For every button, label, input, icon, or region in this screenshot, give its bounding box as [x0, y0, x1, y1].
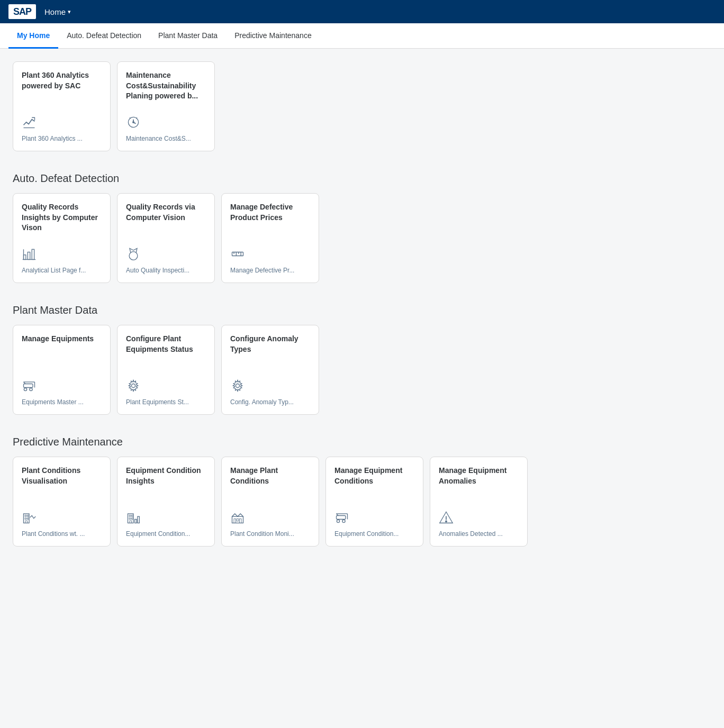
svg-rect-35 — [129, 518, 131, 520]
svg-rect-18 — [24, 384, 33, 388]
card-manage-plant-conditions[interactable]: Manage Plant Conditions Plant Condition … — [221, 457, 319, 547]
main-content: Plant 360 Analytics powered by SAC Plant… — [0, 49, 724, 580]
plant-master-cards-grid: Manage Equipments Equipments Master ... — [13, 325, 711, 415]
card-bottom: Config. Anomaly Typ... — [230, 378, 310, 406]
card-title: Plant Conditions Visualisation — [22, 466, 102, 486]
card-manage-equipment-anomalies[interactable]: Manage Equipment Anomalies Anomalies Det… — [430, 457, 528, 547]
card-title: Equipment Condition Insights — [126, 466, 206, 486]
sap-logo: SAP — [8, 4, 36, 19]
card-subtitle: Equipments Master ... — [22, 398, 102, 406]
svg-rect-43 — [240, 519, 242, 523]
svg-rect-34 — [132, 515, 133, 517]
svg-rect-33 — [129, 515, 131, 517]
card-subtitle: Auto Quality Inspecti... — [126, 267, 206, 274]
svg-rect-44 — [337, 516, 346, 520]
svg-point-45 — [337, 520, 339, 522]
conveyor-icon — [22, 378, 102, 395]
svg-rect-36 — [132, 518, 133, 520]
card-bottom: Auto Quality Inspecti... — [126, 247, 206, 274]
card-title: Configure Anomaly Types — [230, 334, 310, 354]
card-subtitle: Analytical List Page f... — [22, 267, 102, 274]
card-equipment-condition-insights[interactable]: Equipment Condition Insights — [117, 457, 215, 547]
card-plant-360[interactable]: Plant 360 Analytics powered by SAC Plant… — [13, 61, 111, 151]
card-bottom: Plant 360 Analytics ... — [22, 115, 102, 142]
card-title: Maintenance Cost&Sustainability Planing … — [126, 70, 206, 102]
svg-rect-27 — [25, 515, 26, 517]
svg-point-20 — [30, 388, 32, 390]
section-auto-defeat: Auto. Defeat Detection Quality Records I… — [13, 168, 711, 283]
svg-point-12 — [129, 252, 138, 260]
tab-auto-defeat-detection[interactable]: Auto. Defeat Detection — [58, 24, 150, 49]
card-subtitle: Manage Defective Pr... — [230, 267, 310, 274]
card-bottom: Manage Defective Pr... — [230, 247, 310, 274]
home-nav-button[interactable]: Home ▾ — [44, 7, 71, 16]
card-title: Quality Records Insights by Computer Vis… — [22, 202, 102, 233]
card-maintenance-cost[interactable]: Maintenance Cost&Sustainability Planing … — [117, 61, 215, 151]
chevron-down-icon: ▾ — [68, 8, 71, 15]
factory-icon — [230, 510, 310, 527]
svg-point-46 — [342, 520, 345, 522]
card-bottom: Equipment Condition... — [126, 510, 206, 538]
svg-point-4 — [133, 122, 134, 123]
svg-rect-8 — [28, 252, 30, 260]
section-predictive-maintenance: Predictive Maintenance Plant Conditions … — [13, 432, 711, 547]
svg-rect-42 — [237, 519, 239, 521]
auto-defeat-cards-grid: Quality Records Insights by Computer Vis… — [13, 193, 711, 283]
card-quality-records-insights[interactable]: Quality Records Insights by Computer Vis… — [13, 193, 111, 283]
my-home-cards-grid: Plant 360 Analytics powered by SAC Plant… — [13, 61, 711, 151]
svg-point-25 — [236, 384, 240, 388]
card-subtitle: Plant Equipments St... — [126, 398, 206, 406]
card-title: Configure Plant Equipments Status — [126, 334, 206, 354]
section-header-plant-master: Plant Master Data — [13, 300, 711, 316]
svg-rect-41 — [234, 519, 236, 523]
svg-point-24 — [132, 384, 135, 388]
card-bottom: Maintenance Cost&S... — [126, 115, 206, 142]
predictive-cards-grid: Plant Conditions Visualisation — [13, 457, 711, 547]
svg-rect-39 — [138, 516, 140, 523]
tab-plant-master-data[interactable]: Plant Master Data — [150, 24, 226, 49]
card-manage-equipments[interactable]: Manage Equipments Equipments Master ... — [13, 325, 111, 415]
card-plant-conditions-viz[interactable]: Plant Conditions Visualisation — [13, 457, 111, 547]
card-subtitle: Equipment Condition... — [334, 530, 414, 538]
equipment-conveyor-icon — [334, 510, 414, 527]
card-configure-anomaly-types[interactable]: Configure Anomaly Types Config. Anomaly … — [221, 325, 319, 415]
card-title: Manage Equipments — [22, 334, 102, 344]
card-title: Manage Plant Conditions — [230, 466, 310, 486]
list-chart-icon — [22, 247, 102, 263]
card-subtitle: Anomalies Detected ... — [439, 530, 519, 538]
section-header-auto-defeat: Auto. Defeat Detection — [13, 168, 711, 185]
card-subtitle: Plant Condition Moni... — [230, 530, 310, 538]
section-my-home: Plant 360 Analytics powered by SAC Plant… — [13, 61, 711, 151]
tab-predictive-maintenance[interactable]: Predictive Maintenance — [226, 24, 320, 49]
svg-rect-28 — [28, 515, 29, 517]
card-bottom: Equipment Condition... — [334, 510, 414, 538]
svg-rect-30 — [28, 518, 29, 520]
card-subtitle: Maintenance Cost&S... — [126, 135, 206, 142]
card-subtitle: Plant Conditions wt. ... — [22, 530, 102, 538]
card-title: Quality Records via Computer Vision — [126, 202, 206, 223]
svg-rect-9 — [32, 249, 34, 259]
svg-point-19 — [24, 388, 26, 390]
card-bottom: Plant Conditions wt. ... — [22, 510, 102, 538]
building-bar-icon — [126, 510, 206, 527]
card-quality-records-vision[interactable]: Quality Records via Computer Vision Auto… — [117, 193, 215, 283]
svg-rect-38 — [135, 520, 137, 523]
card-bottom: Plant Condition Moni... — [230, 510, 310, 538]
clock-gauge-icon — [126, 115, 206, 132]
card-manage-equipment-conditions[interactable]: Manage Equipment Conditions Equipment Co… — [325, 457, 423, 547]
card-subtitle: Plant 360 Analytics ... — [22, 135, 102, 142]
card-subtitle: Equipment Condition... — [126, 530, 206, 538]
home-label: Home — [44, 7, 66, 16]
ruler-icon — [230, 247, 310, 263]
card-bottom: Plant Equipments St... — [126, 378, 206, 406]
card-title: Manage Equipment Conditions — [334, 466, 414, 486]
section-plant-master: Plant Master Data Manage Equipments — [13, 300, 711, 415]
card-title: Manage Defective Product Prices — [230, 202, 310, 223]
tab-my-home[interactable]: My Home — [8, 24, 58, 49]
warning-icon — [439, 510, 519, 527]
analytics-icon — [22, 115, 102, 132]
svg-point-51 — [446, 521, 447, 522]
card-manage-defective[interactable]: Manage Defective Product Prices Manage D… — [221, 193, 319, 283]
svg-rect-29 — [25, 518, 26, 520]
card-configure-plant-status[interactable]: Configure Plant Equipments Status Plant … — [117, 325, 215, 415]
